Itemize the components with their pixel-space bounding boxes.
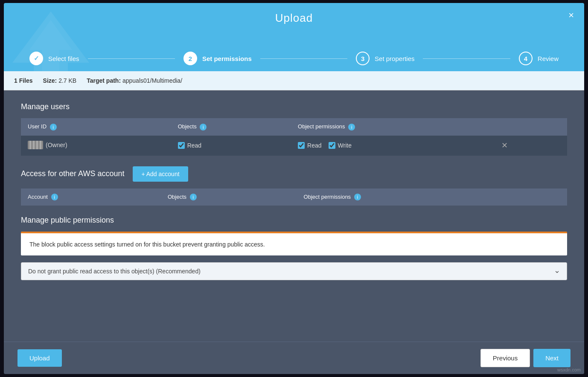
col-account: Account i [21, 188, 161, 206]
perm-read-checkbox[interactable] [298, 142, 305, 149]
watermark: wsxdn.com [557, 367, 581, 372]
users-table: User ID i Objects i Object permissions i [21, 118, 567, 156]
previous-button[interactable]: Previous [480, 349, 530, 367]
step-3: 3 Set properties [356, 52, 414, 65]
step-divider-1 [88, 58, 175, 59]
nav-buttons: Previous Next [480, 349, 571, 367]
acc-objects-info-icon[interactable]: i [190, 194, 197, 200]
public-access-dropdown-wrapper: Do not grant public read access to this … [21, 262, 567, 280]
upload-button[interactable]: Upload [17, 349, 62, 367]
delete-row-button[interactable]: ✕ [498, 141, 511, 150]
close-button[interactable]: × [568, 11, 574, 20]
step-3-circle: 3 [356, 52, 370, 65]
obj-perm-info-icon[interactable]: i [348, 124, 355, 130]
col-acc-objects: Objects i [161, 188, 297, 206]
perm-read-label[interactable]: Read [298, 142, 321, 149]
step-4-circle: 4 [519, 52, 533, 65]
objects-read-label[interactable]: Read [178, 142, 284, 149]
info-bar: 1 Files Size: 2.7 KB Target path: appual… [4, 71, 584, 90]
public-permissions-title: Manage public permissions [21, 216, 567, 225]
owner-avatar-img [28, 141, 43, 149]
step-2-label: Set permissions [202, 55, 252, 62]
col-acc-actions [524, 188, 567, 206]
col-obj-permissions: Object permissions i [291, 118, 491, 136]
next-button[interactable]: Next [533, 349, 571, 367]
col-actions [491, 118, 567, 136]
upload-modal: Upload × ✓ Select files 2 Set permission… [4, 3, 584, 374]
col-user-id: User ID i [21, 118, 171, 136]
perm-write-checkbox[interactable] [329, 142, 335, 149]
acc-obj-perm-info-icon[interactable]: i [354, 194, 361, 200]
objects-read-checkbox[interactable] [178, 142, 185, 149]
objects-info-icon[interactable]: i [200, 124, 207, 130]
warning-box: The block public access settings turned … [21, 232, 567, 255]
manage-users-title: Manage users [21, 102, 567, 111]
step-3-label: Set properties [375, 55, 414, 62]
step-4-label: Review [538, 55, 559, 62]
access-section: Access for other AWS account + Add accou… [21, 166, 567, 182]
accounts-table: Account i Objects i Object permissions i [21, 188, 567, 206]
objects-read-cell: Read [171, 136, 291, 156]
modal-header: Upload × ✓ Select files 2 Set permission… [4, 3, 584, 71]
step-4: 4 Review [519, 52, 559, 65]
public-access-dropdown[interactable]: Do not grant public read access to this … [21, 262, 567, 280]
access-section-title: Access for other AWS account [21, 169, 124, 178]
account-info-icon[interactable]: i [51, 194, 58, 200]
delete-cell: ✕ [491, 136, 567, 156]
target-path: Target path: appuals01/Multimedia/ [87, 77, 182, 84]
col-objects: Objects i [171, 118, 291, 136]
modal-footer: Upload Previous Next [4, 342, 584, 374]
col-acc-obj-permissions: Object permissions i [297, 188, 524, 206]
owner-label: (Owner) [46, 142, 67, 148]
owner-cell: (Owner) [21, 136, 171, 156]
step-2: 2 Set permissions [183, 52, 252, 65]
size-info: Size: 2.7 KB [43, 77, 77, 84]
warning-text: The block public access settings turned … [29, 241, 265, 248]
step-divider-2 [260, 58, 347, 59]
step-divider-3 [423, 58, 510, 59]
files-count: 1 Files [14, 77, 33, 84]
perm-write-label[interactable]: Write [329, 142, 352, 149]
table-row: (Owner) Read [21, 136, 567, 156]
step-2-circle: 2 [183, 52, 197, 65]
user-id-info-icon[interactable]: i [50, 124, 57, 130]
public-permissions-section: Manage public permissions The block publ… [21, 216, 567, 280]
modal-title: Upload [275, 12, 313, 25]
add-account-button[interactable]: + Add account [133, 166, 188, 182]
permissions-cell: Read Write [291, 136, 491, 156]
modal-content: Manage users User ID i Objects i Object … [4, 90, 584, 342]
